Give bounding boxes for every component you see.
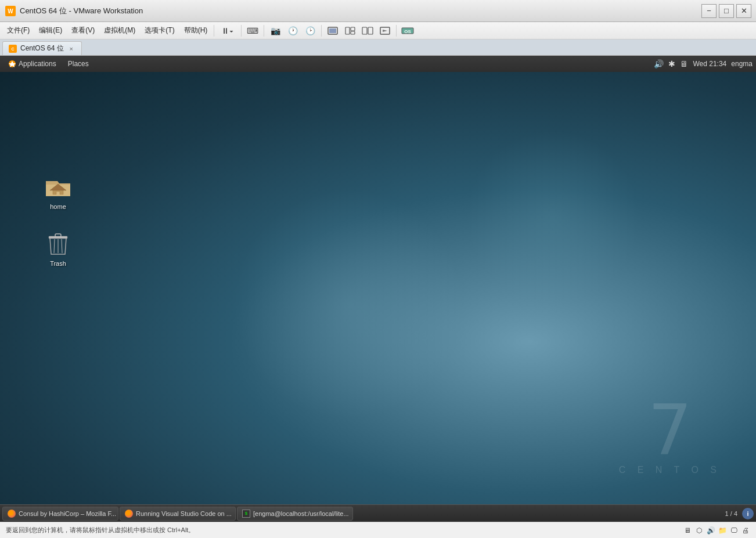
pause-button[interactable]: ⏸▾	[216, 24, 238, 38]
desktop-blur-1	[232, 188, 465, 420]
revert-button[interactable]: 🕐	[285, 24, 301, 38]
full-screen-button[interactable]	[325, 24, 341, 38]
sep2	[264, 25, 264, 37]
autofit-button[interactable]	[377, 24, 393, 38]
network-icon[interactable]: 🖥	[680, 59, 688, 68]
window-title: CentOS 64 位 - VMware Workstation	[20, 6, 701, 16]
unity-button[interactable]	[342, 24, 358, 38]
tab-label: CentOS 64 位	[20, 44, 64, 53]
title-bar: W CentOS 64 位 - VMware Workstation − □ ✕	[0, 0, 756, 22]
toolbar-separator	[214, 25, 214, 37]
svg-rect-22	[55, 234, 61, 237]
home-icon[interactable]: home	[38, 171, 78, 212]
taskbar-item-consul[interactable]: Consul by HashiCorp – Mozilla F...	[2, 507, 118, 521]
desktop[interactable]: 7 C E N T O S home	[0, 72, 756, 522]
volume-icon[interactable]: 🔊	[654, 59, 664, 68]
sep3	[321, 25, 322, 37]
menu-bar: 文件(F) 编辑(E) 查看(V) 虚拟机(M) 选项卡(T) 帮助(H) ⏸▾…	[0, 22, 756, 39]
status-icon-2[interactable]: ⬡	[694, 526, 704, 535]
svg-line-20	[62, 239, 62, 253]
status-icon-1[interactable]: 🖥	[683, 526, 692, 535]
places-menu[interactable]: Places	[63, 57, 93, 70]
sep1	[241, 25, 242, 37]
bluetooth-icon[interactable]: ✱	[668, 59, 675, 68]
menu-edit[interactable]: 编辑(E)	[34, 23, 67, 38]
taskbar: Consul by HashiCorp – Mozilla F... Runni…	[0, 504, 756, 522]
info-button[interactable]: i	[742, 508, 754, 519]
applications-menu[interactable]: Applications	[3, 57, 61, 70]
svg-marker-10	[383, 30, 387, 32]
trash-icon-img	[44, 230, 72, 258]
taskbar-label-3: [engma@localhost:/usr/local/lite...	[253, 510, 349, 517]
svg-rect-7	[362, 27, 367, 34]
taskbar-item-vscode[interactable]: Running Visual Studio Code on ...	[120, 507, 236, 521]
trash-label: Trash	[50, 260, 66, 267]
send-ctrl-alt-del-button[interactable]: ⌨	[244, 24, 261, 38]
menu-file[interactable]: 文件(F)	[2, 23, 34, 38]
clock[interactable]: Wed 21:34	[693, 60, 726, 68]
gnome-panel: Applications Places 🔊 ✱ 🖥 Wed 21:34 engm…	[0, 56, 756, 72]
page-indicator: 1 / 4	[722, 510, 741, 517]
centos-tab[interactable]: C CentOS 64 位 ×	[2, 41, 82, 55]
minimize-button[interactable]: −	[701, 4, 717, 18]
centos-number: 7	[619, 395, 721, 465]
window-controls: − □ ✕	[701, 4, 751, 18]
taskbar-item-terminal[interactable]: $ [engma@localhost:/usr/local/lite...	[237, 507, 353, 521]
svg-rect-3	[329, 28, 336, 33]
tab-close-button[interactable]: ×	[67, 45, 75, 53]
centos-text-logo: C E N T O S	[619, 465, 721, 475]
user-name[interactable]: engma	[731, 60, 753, 68]
menu-help[interactable]: 帮助(H)	[179, 23, 213, 38]
status-icon-4[interactable]: 📁	[718, 526, 727, 535]
firefox-icon-2	[125, 510, 133, 518]
vmware-icon: W	[5, 5, 16, 17]
home-icon-img	[44, 173, 72, 201]
status-bar: 要返回到您的计算机，请将鼠标指针从虚拟机中移出或按 Ctrl+Alt。 🖥 ⬡ …	[0, 522, 756, 538]
switch-display-button[interactable]	[359, 24, 376, 38]
snapshot-button[interactable]: 📷	[267, 24, 283, 38]
taskbar-label-1: Consul by HashiCorp – Mozilla F...	[19, 510, 116, 517]
panel-right: 🔊 ✱ 🖥 Wed 21:34 engma	[654, 59, 753, 68]
svg-rect-4	[345, 27, 350, 34]
svg-rect-6	[351, 31, 355, 34]
menu-view[interactable]: 查看(V)	[67, 23, 99, 38]
trash-icon[interactable]: Trash	[38, 228, 78, 269]
svg-rect-8	[368, 27, 373, 34]
close-button[interactable]: ✕	[736, 4, 751, 18]
centos-watermark: 7 C E N T O S	[619, 395, 721, 475]
prefer-button[interactable]: OS	[399, 24, 416, 38]
vmware-window: W CentOS 64 位 - VMware Workstation − □ ✕…	[0, 0, 756, 538]
centos-tab-icon: C	[9, 45, 17, 53]
sep4	[396, 25, 397, 37]
status-hint: 要返回到您的计算机，请将鼠标指针从虚拟机中移出或按 Ctrl+Alt。	[6, 526, 195, 535]
status-bar-right: 🖥 ⬡ 🔊 📁 🖵 🖨	[683, 526, 750, 535]
desktop-blur-2	[466, 130, 640, 304]
svg-line-18	[54, 239, 55, 253]
toolbar: ⏸▾ ⌨ 📷 🕐 🕑 OS	[216, 24, 416, 38]
status-icon-6[interactable]: 🖨	[741, 526, 750, 535]
menu-vm[interactable]: 虚拟机(M)	[99, 23, 140, 38]
home-label: home	[50, 203, 66, 210]
maximize-button[interactable]: □	[719, 4, 734, 18]
svg-rect-5	[351, 27, 355, 31]
applications-label: Applications	[19, 60, 56, 68]
terminal-icon: $	[242, 510, 250, 518]
menu-tabs[interactable]: 选项卡(T)	[140, 23, 179, 38]
status-icon-5[interactable]: 🖵	[729, 526, 739, 535]
firefox-icon-1	[8, 510, 16, 518]
taskbar-label-2: Running Visual Studio Code on ...	[136, 510, 232, 517]
status-icons: 🖥 ⬡ 🔊 📁 🖵 🖨	[683, 526, 750, 535]
status-icon-3[interactable]: 🔊	[706, 526, 715, 535]
svg-text:C: C	[11, 47, 14, 51]
svg-text:OS: OS	[405, 29, 412, 34]
svg-text:W: W	[8, 8, 13, 15]
snapshot-manager-button[interactable]: 🕑	[302, 24, 318, 38]
tab-bar: C CentOS 64 位 ×	[0, 39, 756, 56]
places-label: Places	[68, 60, 89, 68]
vm-content: Applications Places 🔊 ✱ 🖥 Wed 21:34 engm…	[0, 56, 756, 522]
